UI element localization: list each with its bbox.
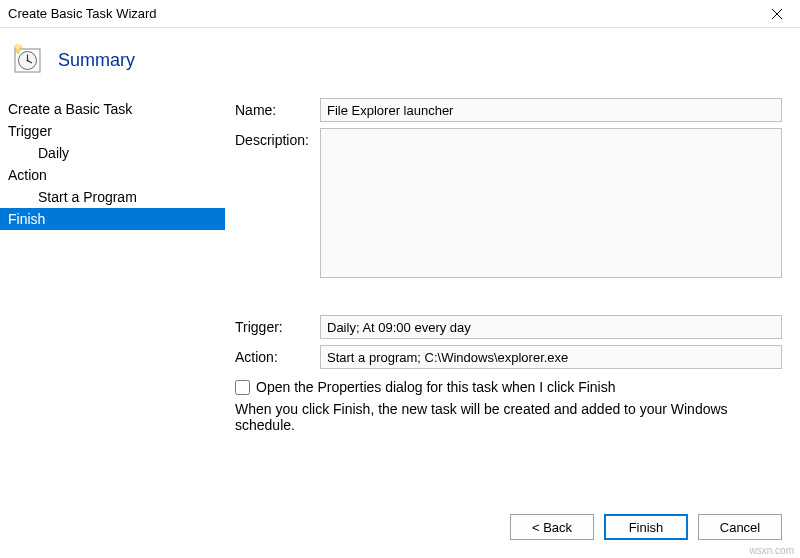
wizard-step-daily[interactable]: Daily [0,142,225,164]
description-input[interactable] [320,128,782,278]
wizard-step-finish[interactable]: Finish [0,208,225,230]
close-button[interactable] [754,0,800,28]
action-label: Action: [235,345,320,365]
wizard-step-create-a-basic-task[interactable]: Create a Basic Task [0,98,225,120]
watermark: wsxn.com [750,545,794,556]
close-icon [772,9,782,19]
action-input[interactable] [320,345,782,369]
trigger-input[interactable] [320,315,782,339]
description-label: Description: [235,128,320,148]
wizard-step-start-a-program[interactable]: Start a Program [0,186,225,208]
main-panel: Name: Description: Trigger: Action: [225,92,800,433]
wizard-header: Summary [0,28,800,92]
finish-button[interactable]: Finish [604,514,688,540]
open-properties-label: Open the Properties dialog for this task… [256,379,616,395]
wizard-steps-sidebar: Create a Basic TaskTriggerDailyActionSta… [0,92,225,433]
name-input[interactable] [320,98,782,122]
clock-icon [12,44,44,76]
page-title: Summary [58,50,135,71]
button-bar: < Back Finish Cancel [510,514,782,540]
open-properties-checkbox[interactable] [235,380,250,395]
cancel-button[interactable]: Cancel [698,514,782,540]
svg-point-6 [27,60,29,62]
window-title: Create Basic Task Wizard [8,6,157,21]
back-button[interactable]: < Back [510,514,594,540]
titlebar: Create Basic Task Wizard [0,0,800,28]
wizard-step-action[interactable]: Action [0,164,225,186]
trigger-label: Trigger: [235,315,320,335]
name-label: Name: [235,98,320,118]
info-text: When you click Finish, the new task will… [235,401,782,433]
wizard-step-trigger[interactable]: Trigger [0,120,225,142]
